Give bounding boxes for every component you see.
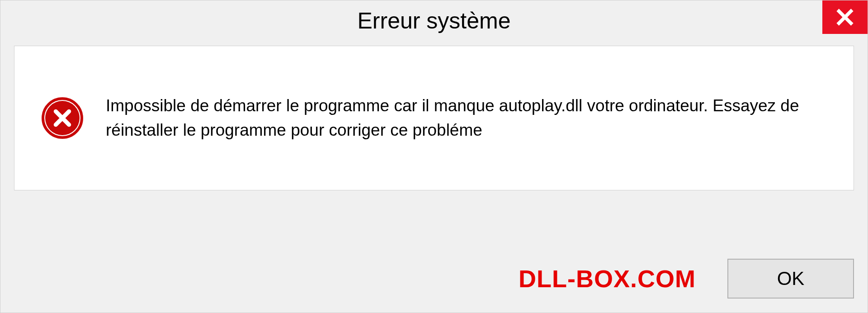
error-icon	[42, 97, 83, 139]
content-area: Impossible de démarrer le programme car …	[14, 46, 854, 190]
close-button[interactable]	[822, 0, 868, 34]
dialog-footer: DLL-BOX.COM OK	[14, 258, 854, 299]
dialog-title: Erreur système	[358, 8, 511, 34]
close-icon	[836, 8, 854, 26]
error-message: Impossible de démarrer le programme car …	[106, 94, 826, 142]
titlebar: Erreur système	[0, 0, 868, 41]
watermark-text: DLL-BOX.COM	[519, 265, 696, 293]
error-dialog: Erreur système Impossible de démarrer le…	[0, 0, 868, 313]
ok-button[interactable]: OK	[727, 259, 854, 299]
